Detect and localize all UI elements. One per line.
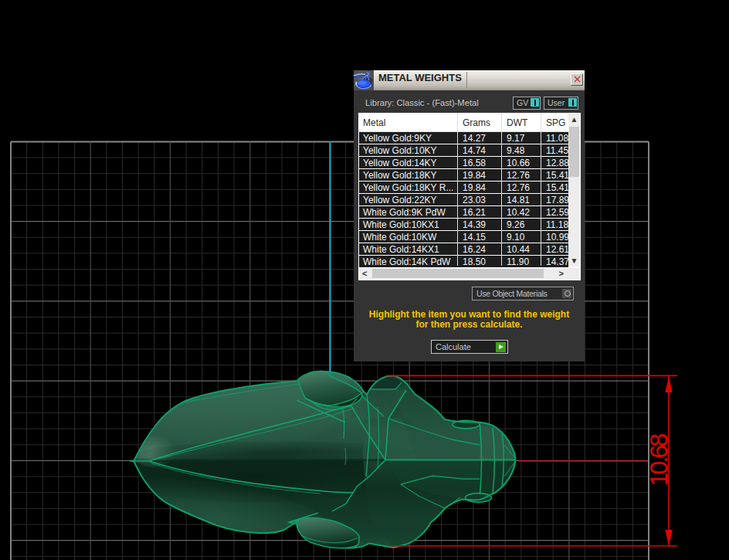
svg-text:10.68: 10.68 [645, 433, 673, 486]
